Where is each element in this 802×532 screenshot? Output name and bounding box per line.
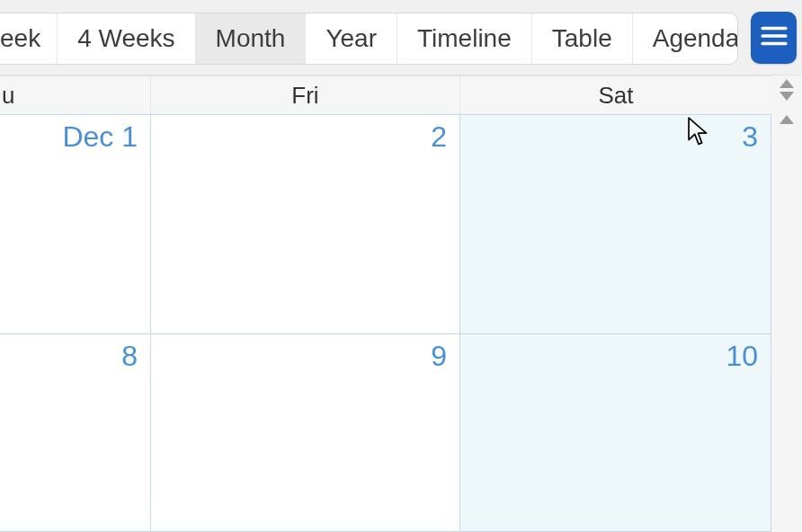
dow-header-thu: u (0, 76, 151, 114)
day-cell[interactable]: 9 (151, 334, 460, 532)
dow-header-fri: Fri (151, 76, 460, 114)
date-label[interactable]: 2 (431, 120, 447, 154)
tab-timeline[interactable]: Timeline (397, 13, 532, 64)
month-grid: Dec 1 2 3 8 9 10 (0, 115, 771, 532)
week-row: 8 9 10 (0, 334, 771, 532)
tab-month[interactable]: Month (196, 13, 307, 64)
week-row: Dec 1 2 3 (0, 115, 771, 334)
tab-week[interactable]: eek (0, 13, 58, 64)
scroll-up2-icon[interactable] (780, 115, 794, 124)
date-label[interactable]: 3 (742, 120, 758, 154)
date-label[interactable]: 10 (726, 340, 758, 373)
date-label[interactable]: Dec 1 (62, 120, 138, 154)
tab-agenda[interactable]: Agenda (633, 13, 738, 64)
day-cell[interactable]: 2 (151, 115, 460, 334)
date-label[interactable]: 8 (121, 340, 138, 373)
scroll-up-icon[interactable] (780, 79, 794, 88)
dow-header-row: u Fri Sat (0, 75, 771, 115)
tab-table[interactable]: Table (532, 13, 633, 64)
date-label[interactable]: 9 (431, 340, 447, 373)
day-cell[interactable]: Dec 1 (0, 115, 151, 334)
calendar-view-toolbar: eek 4 Weeks Month Year Timeline Table Ag… (0, 0, 802, 75)
hamburger-icon (759, 21, 789, 55)
scroll-down-icon[interactable] (780, 92, 794, 101)
tab-year[interactable]: Year (306, 13, 397, 64)
vertical-scrollbar[interactable] (771, 75, 802, 532)
day-cell[interactable]: 3 (460, 115, 771, 334)
view-tab-group: eek 4 Weeks Month Year Timeline Table Ag… (0, 13, 738, 65)
tab-4weeks[interactable]: 4 Weeks (58, 13, 195, 64)
dow-header-sat: Sat (460, 76, 771, 114)
menu-button[interactable] (751, 12, 797, 64)
day-cell[interactable]: 10 (460, 334, 771, 532)
day-cell[interactable]: 8 (0, 334, 151, 532)
